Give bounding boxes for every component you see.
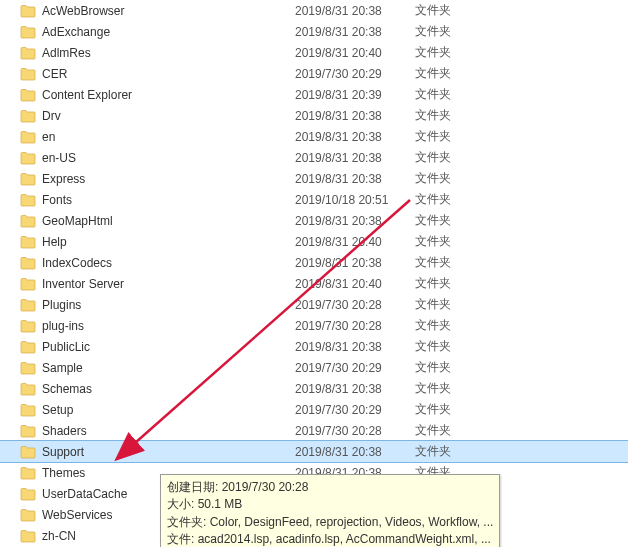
folder-name: Shaders: [42, 424, 87, 438]
name-cell: AdExchange: [20, 25, 295, 39]
folder-name: CER: [42, 67, 67, 81]
folder-name: Help: [42, 235, 67, 249]
folder-icon: [20, 487, 36, 501]
type-cell: 文件夹: [415, 275, 495, 292]
type-cell: 文件夹: [415, 191, 495, 208]
name-cell: AcWebBrowser: [20, 4, 295, 18]
date-cell: 2019/8/31 20:38: [295, 382, 415, 396]
name-cell: Shaders: [20, 424, 295, 438]
name-cell: Inventor Server: [20, 277, 295, 291]
tooltip-files: 文件: acad2014.lsp, acadinfo.lsp, AcComman…: [167, 531, 493, 547]
folder-icon: [20, 130, 36, 144]
folder-icon: [20, 25, 36, 39]
folder-row[interactable]: Help2019/8/31 20:40文件夹: [0, 231, 628, 252]
folder-name: AdExchange: [42, 25, 110, 39]
date-cell: 2019/8/31 20:38: [295, 256, 415, 270]
folder-icon: [20, 298, 36, 312]
name-cell: en: [20, 130, 295, 144]
name-cell: GeoMapHtml: [20, 214, 295, 228]
name-cell: Content Explorer: [20, 88, 295, 102]
name-cell: Sample: [20, 361, 295, 375]
type-cell: 文件夹: [415, 2, 495, 19]
date-cell: 2019/7/30 20:28: [295, 424, 415, 438]
date-cell: 2019/8/31 20:39: [295, 88, 415, 102]
name-cell: Support: [20, 445, 295, 459]
folder-row[interactable]: Fonts2019/10/18 20:51文件夹: [0, 189, 628, 210]
folder-row[interactable]: en2019/8/31 20:38文件夹: [0, 126, 628, 147]
folder-name: en: [42, 130, 55, 144]
folder-row[interactable]: Sample2019/7/30 20:29文件夹: [0, 357, 628, 378]
folder-icon: [20, 256, 36, 270]
folder-name: GeoMapHtml: [42, 214, 113, 228]
date-cell: 2019/8/31 20:38: [295, 151, 415, 165]
folder-row[interactable]: Support2019/8/31 20:38文件夹: [0, 441, 628, 462]
type-cell: 文件夹: [415, 44, 495, 61]
folder-row[interactable]: AdExchange2019/8/31 20:38文件夹: [0, 21, 628, 42]
file-list: AcWebBrowser2019/8/31 20:38文件夹AdExchange…: [0, 0, 628, 546]
folder-name: Content Explorer: [42, 88, 132, 102]
folder-icon: [20, 46, 36, 60]
folder-name: UserDataCache: [42, 487, 127, 501]
name-cell: AdlmRes: [20, 46, 295, 60]
folder-icon: [20, 382, 36, 396]
folder-name: en-US: [42, 151, 76, 165]
folder-icon: [20, 277, 36, 291]
tooltip-created: 创建日期: 2019/7/30 20:28: [167, 479, 493, 496]
folder-row[interactable]: AdlmRes2019/8/31 20:40文件夹: [0, 42, 628, 63]
date-cell: 2019/10/18 20:51: [295, 193, 415, 207]
date-cell: 2019/7/30 20:29: [295, 361, 415, 375]
folder-icon: [20, 151, 36, 165]
folder-name: Plugins: [42, 298, 81, 312]
folder-name: Sample: [42, 361, 83, 375]
date-cell: 2019/8/31 20:38: [295, 25, 415, 39]
folder-row[interactable]: Shaders2019/7/30 20:28文件夹: [0, 420, 628, 441]
type-cell: 文件夹: [415, 380, 495, 397]
type-cell: 文件夹: [415, 317, 495, 334]
name-cell: plug-ins: [20, 319, 295, 333]
date-cell: 2019/7/30 20:29: [295, 67, 415, 81]
folder-icon: [20, 67, 36, 81]
folder-row[interactable]: Setup2019/7/30 20:29文件夹: [0, 399, 628, 420]
type-cell: 文件夹: [415, 296, 495, 313]
folder-row[interactable]: Drv2019/8/31 20:38文件夹: [0, 105, 628, 126]
folder-icon: [20, 445, 36, 459]
folder-name: Themes: [42, 466, 85, 480]
folder-name: Inventor Server: [42, 277, 124, 291]
folder-row[interactable]: Schemas2019/8/31 20:38文件夹: [0, 378, 628, 399]
folder-row[interactable]: IndexCodecs2019/8/31 20:38文件夹: [0, 252, 628, 273]
type-cell: 文件夹: [415, 422, 495, 439]
date-cell: 2019/8/31 20:38: [295, 4, 415, 18]
folder-row[interactable]: plug-ins2019/7/30 20:28文件夹: [0, 315, 628, 336]
folder-name: Setup: [42, 403, 73, 417]
folder-icon: [20, 529, 36, 543]
date-cell: 2019/8/31 20:38: [295, 130, 415, 144]
folder-row[interactable]: Content Explorer2019/8/31 20:39文件夹: [0, 84, 628, 105]
folder-row[interactable]: Plugins2019/7/30 20:28文件夹: [0, 294, 628, 315]
folder-icon: [20, 109, 36, 123]
folder-row[interactable]: CER2019/7/30 20:29文件夹: [0, 63, 628, 84]
name-cell: Express: [20, 172, 295, 186]
folder-row[interactable]: AcWebBrowser2019/8/31 20:38文件夹: [0, 0, 628, 21]
folder-row[interactable]: GeoMapHtml2019/8/31 20:38文件夹: [0, 210, 628, 231]
date-cell: 2019/7/30 20:28: [295, 319, 415, 333]
type-cell: 文件夹: [415, 359, 495, 376]
type-cell: 文件夹: [415, 401, 495, 418]
folder-row[interactable]: Express2019/8/31 20:38文件夹: [0, 168, 628, 189]
name-cell: Schemas: [20, 382, 295, 396]
folder-name: Express: [42, 172, 85, 186]
date-cell: 2019/8/31 20:38: [295, 172, 415, 186]
folder-row[interactable]: en-US2019/8/31 20:38文件夹: [0, 147, 628, 168]
folder-row[interactable]: PublicLic2019/8/31 20:38文件夹: [0, 336, 628, 357]
folder-icon: [20, 361, 36, 375]
tooltip-folders: 文件夹: Color, DesignFeed, reprojection, Vi…: [167, 514, 493, 531]
type-cell: 文件夹: [415, 212, 495, 229]
folder-icon: [20, 88, 36, 102]
type-cell: 文件夹: [415, 443, 495, 460]
name-cell: Help: [20, 235, 295, 249]
folder-name: plug-ins: [42, 319, 84, 333]
name-cell: en-US: [20, 151, 295, 165]
folder-row[interactable]: Inventor Server2019/8/31 20:40文件夹: [0, 273, 628, 294]
date-cell: 2019/7/30 20:28: [295, 298, 415, 312]
folder-name: PublicLic: [42, 340, 90, 354]
date-cell: 2019/8/31 20:40: [295, 46, 415, 60]
